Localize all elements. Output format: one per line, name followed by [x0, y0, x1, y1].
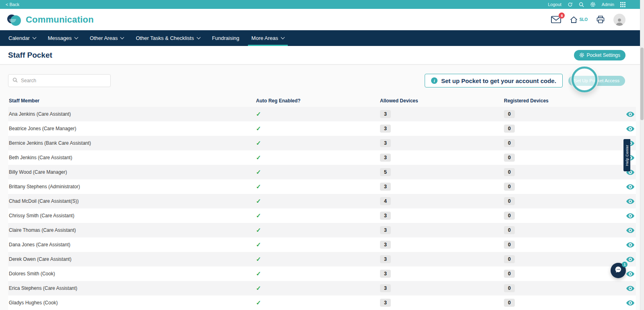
nav-item-label: Fundraising — [212, 35, 239, 41]
pocket-settings-button[interactable]: Pocket Settings — [574, 50, 625, 60]
table-row: Chrissy Smith (Care Assistant)✓30 — [8, 208, 636, 223]
search-icon — [12, 77, 18, 84]
check-icon: ✓ — [256, 241, 261, 248]
col-header-allowed-devices: Allowed Devices — [380, 98, 504, 104]
messages-envelope-icon[interactable]: 8 — [551, 16, 561, 23]
registered-devices-value: 0 — [504, 270, 515, 278]
registered-devices-value: 0 — [504, 139, 515, 148]
check-icon: ✓ — [256, 256, 261, 262]
auto-reg-cell: ✓ — [256, 241, 380, 248]
table-row: Dana Jones (Care Assistant)✓30 — [8, 237, 636, 252]
staff-member-name: Claire Thomas (Care Assistant) — [8, 227, 256, 233]
staff-member-name: Beatrice Jones (Care Manager) — [8, 126, 256, 131]
view-devices-button[interactable] — [626, 184, 634, 189]
search-box[interactable] — [8, 74, 111, 87]
staff-table: Staff Member Auto Reg Enabled? Allowed D… — [8, 95, 636, 310]
view-devices-button[interactable] — [626, 271, 634, 277]
check-icon: ✓ — [256, 125, 261, 132]
nav-item-fundraising[interactable]: Fundraising — [206, 30, 246, 46]
view-devices-button[interactable] — [626, 257, 634, 262]
back-link[interactable]: < Back — [6, 2, 19, 7]
print-button[interactable] — [597, 16, 605, 23]
check-icon: ✓ — [256, 139, 261, 146]
table-row: Chad McDoil (Care Assistant(S))✓40 — [8, 194, 636, 208]
allowed-devices-value: 3 — [380, 139, 391, 148]
nav-item-label: Calendar — [8, 35, 30, 41]
table-row: Derek Owen (Care Assistant)✓30 — [8, 252, 636, 266]
app-grid-icon[interactable] — [620, 2, 625, 7]
staff-member-name: Dolores Smith (Cook) — [8, 271, 256, 277]
table-row: Gladys Hughes (Cook)✓30 — [8, 295, 636, 310]
page-title-bar: Staff Pocket Pocket Settings — [0, 46, 644, 64]
check-icon: ✓ — [256, 212, 261, 219]
home-button[interactable]: SLO — [570, 16, 588, 23]
registered-devices-value: 0 — [504, 197, 515, 206]
allowed-devices-value: 3 — [380, 183, 391, 191]
auto-reg-cell: ✓ — [256, 227, 380, 234]
registered-devices-value: 0 — [504, 255, 515, 264]
view-devices-button[interactable] — [626, 199, 634, 204]
registered-devices-value: 0 — [504, 241, 515, 249]
nav-item-messages[interactable]: Messages — [42, 30, 84, 46]
staff-member-name: Bernice Jenkins (Bank Care Assistant) — [8, 140, 256, 146]
staff-member-name: Derek Owen (Care Assistant) — [8, 256, 256, 262]
auto-reg-cell: ✓ — [256, 212, 380, 219]
allowed-devices-value: 4 — [380, 197, 391, 206]
staff-member-name: Gladys Hughes (Cook) — [8, 300, 256, 306]
auto-reg-cell: ✓ — [256, 154, 380, 161]
nav-item-label: Other Areas — [90, 35, 118, 41]
auto-reg-cell: ✓ — [256, 256, 380, 263]
view-devices-button[interactable] — [626, 213, 634, 218]
page-scrollbar[interactable] — [640, 0, 644, 310]
logout-link[interactable]: Logout — [548, 2, 561, 7]
pocket-settings-label: Pocket Settings — [587, 52, 620, 58]
chat-widget-button[interactable]: 1 — [611, 263, 626, 278]
check-icon: ✓ — [256, 110, 261, 117]
view-devices-button[interactable] — [626, 228, 634, 233]
table-row: Beatrice Jones (Care Manager)✓30 — [8, 121, 636, 136]
registered-devices-value: 0 — [504, 299, 515, 307]
col-header-auto-reg: Auto Reg Enabled? — [256, 98, 380, 104]
check-icon: ✓ — [256, 154, 261, 161]
table-row: Billy Wood (Care Manager)✓50 — [8, 165, 636, 179]
view-devices-button[interactable] — [626, 300, 634, 306]
table-header-row: Staff Member Auto Reg Enabled? Allowed D… — [8, 95, 636, 107]
registered-devices-value: 0 — [504, 125, 515, 133]
auto-reg-cell: ✓ — [256, 270, 380, 277]
auto-reg-cell: ✓ — [256, 125, 380, 132]
chat-notification-badge: 1 — [622, 262, 627, 267]
gear-icon[interactable] — [590, 2, 596, 7]
staff-member-name: Brittany Stephens (Administrator) — [8, 184, 256, 189]
nav-item-other-tasks-checklists[interactable]: Other Tasks & Checklists — [130, 30, 206, 46]
help-center-tab[interactable]: Help Center — [623, 139, 630, 171]
allowed-devices-value: 3 — [380, 299, 391, 307]
registered-devices-value: 0 — [504, 284, 515, 293]
admin-menu[interactable]: Admin — [602, 2, 614, 7]
nav-item-calendar[interactable]: Calendar — [2, 30, 42, 46]
view-devices-button[interactable] — [626, 112, 634, 117]
nav-item-label: Messages — [48, 35, 72, 41]
table-row: Dolores Smith (Cook)✓30 — [8, 266, 636, 281]
scrollbar-thumb[interactable] — [640, 48, 644, 120]
search-input[interactable] — [21, 78, 106, 83]
page-title: Staff Pocket — [8, 51, 52, 60]
nav-item-other-areas[interactable]: Other Areas — [84, 30, 130, 46]
registered-devices-value: 0 — [504, 183, 515, 191]
search-icon[interactable] — [579, 2, 584, 7]
check-icon: ✓ — [256, 198, 261, 204]
view-devices-button[interactable] — [626, 242, 634, 248]
check-icon: ✓ — [256, 169, 261, 175]
auto-reg-cell: ✓ — [256, 183, 380, 190]
table-row: Claire Thomas (Care Assistant)✓30 — [8, 223, 636, 237]
logout-icon[interactable] — [568, 2, 573, 7]
user-avatar[interactable] — [613, 14, 625, 26]
auto-reg-cell: ✓ — [256, 285, 380, 292]
table-row: Beth Jenkins (Care Assistant)✓30 — [8, 150, 636, 165]
table-row: Ana Jenkins (Care Assistant)✓30 — [8, 107, 636, 121]
toolbar: i Set up Pocket to get your account code… — [8, 74, 625, 87]
nav-item-more-areas[interactable]: More Areas — [246, 30, 290, 46]
check-icon: ✓ — [256, 227, 261, 233]
view-devices-button[interactable] — [626, 286, 634, 291]
view-devices-button[interactable] — [626, 126, 634, 131]
brand: Communication — [7, 13, 94, 26]
